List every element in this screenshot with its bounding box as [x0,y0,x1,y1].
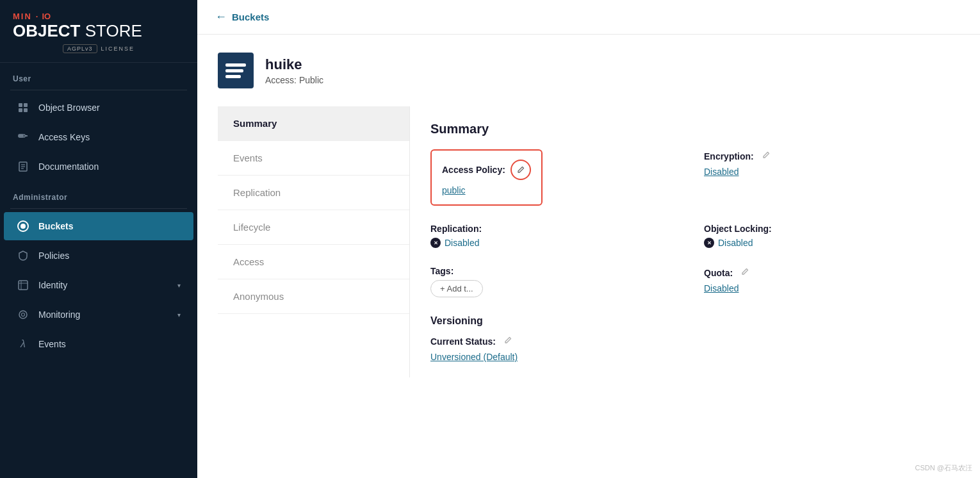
svg-rect-3 [24,108,28,112]
sidebar-item-access-keys-label: Access Keys [38,132,90,142]
svg-rect-6 [19,134,23,135]
tab-lifecycle[interactable]: Lifecycle [218,210,409,245]
bucket-icon [17,220,29,233]
agpl-badge: AGPLv3 LICENSE [13,44,184,53]
bucket-icon-graphic [218,53,254,88]
versioning-edit-button[interactable] [501,334,515,348]
watermark: CSDN @石马农汪 [915,463,972,473]
tags-row: + Add t... [430,280,666,297]
sidebar-item-events-label: Events [38,339,66,349]
user-section-label: User [0,63,197,87]
sidebar-item-documentation[interactable]: Documentation [4,152,193,181]
current-status-label: Current Status: [430,334,939,348]
current-status-value[interactable]: Unversioned (Default) [430,352,939,362]
svg-rect-8 [25,135,28,136]
sidebar-item-object-browser[interactable]: Object Browser [4,94,193,122]
sidebar-item-buckets[interactable]: Buckets [4,212,193,240]
doc-icon [17,160,29,173]
replication-field: Replication: Disabled [430,224,666,248]
object-locking-field: Object Locking: Disabled [704,224,939,248]
object-locking-value: Disabled [704,238,939,248]
back-label: Buckets [232,12,269,22]
agpl-text: AGPLv3 [63,44,97,53]
license-text: LICENSE [101,45,135,52]
svg-rect-7 [19,137,23,138]
access-policy-value[interactable]: public [442,185,531,195]
bucket-tabs: Summary Events Replication Lifecycle Acc… [218,106,410,377]
sidebar-item-access-keys[interactable]: Access Keys [4,123,193,151]
svg-point-14 [20,224,26,229]
summary-grid: Access Policy: public [430,149,939,297]
monitor-icon [17,308,29,321]
tab-summary[interactable]: Summary [218,106,409,141]
tags-field: Tags: + Add t... [430,266,666,297]
access-policy-box: Access Policy: public [430,149,543,206]
bucket-info: huike Access: Public [265,56,323,85]
admin-section-label: Administrator [0,181,197,206]
svg-point-18 [19,311,27,318]
svg-rect-2 [19,108,22,112]
logo-min: MIN [13,12,32,21]
main-content: ← Buckets huike Access: Public [197,0,980,478]
replication-value: Disabled [430,238,666,248]
user-divider [10,90,187,90]
svg-point-19 [22,313,25,317]
logo-minio: MIN·IO [13,12,184,21]
bucket-line-2 [225,69,243,72]
sidebar-item-object-browser-label: Object Browser [38,103,100,113]
panel-title: Summary [430,122,939,136]
object-locking-disabled-icon [704,238,714,248]
sidebar-item-policies[interactable]: Policies [4,242,193,270]
replication-label: Replication: [430,224,666,234]
sidebar-item-documentation-label: Documentation [38,161,99,172]
encryption-value[interactable]: Disabled [704,167,939,177]
logo-area: MIN·IO OBJECT STORE AGPLv3 LICENSE [0,0,197,63]
shield-icon [17,249,29,262]
tags-label: Tags: [430,266,666,276]
tab-access[interactable]: Access [218,245,409,279]
sidebar: MIN·IO OBJECT STORE AGPLv3 LICENSE User … [0,0,197,478]
access-policy-edit-button[interactable] [510,160,531,180]
sidebar-item-monitoring-label: Monitoring [38,309,80,320]
quota-field: Quota: Disabled [704,266,939,297]
encryption-label: Encryption: [704,149,939,163]
logo-dot: · [36,12,38,21]
identity-icon [17,279,29,292]
bucket-access-subtitle: Access: Public [265,75,323,85]
access-policy-field: Access Policy: public [430,149,666,206]
tab-replication[interactable]: Replication [218,176,409,210]
quota-label: Quota: [704,266,939,279]
sidebar-item-monitoring[interactable]: Monitoring ▾ [4,301,193,329]
bucket-panel: Summary Access Policy: [410,106,960,377]
quota-edit-button[interactable] [738,266,752,279]
tab-events[interactable]: Events [218,141,409,176]
monitoring-chevron: ▾ [177,311,181,318]
bucket-body: Summary Events Replication Lifecycle Acc… [218,106,960,377]
content-area: huike Access: Public Summary Events Repl… [197,35,980,478]
add-tag-button[interactable]: + Add t... [430,280,483,297]
bucket-icon-lines [220,58,251,83]
versioning-title: Versioning [430,315,939,327]
top-bar: ← Buckets [197,0,980,35]
back-link[interactable]: ← Buckets [215,10,269,24]
svg-rect-1 [24,103,28,107]
back-arrow-icon: ← [215,10,227,24]
logo-io: IO [42,12,51,21]
encryption-edit-button[interactable] [759,149,773,163]
identity-chevron: ▾ [177,282,181,289]
svg-rect-5 [19,135,24,136]
replication-disabled-icon [430,238,441,248]
object-locking-label: Object Locking: [704,224,939,234]
lambda-icon: λ [17,338,29,350]
admin-divider [10,208,187,209]
encryption-field: Encryption: Disabled [704,149,939,206]
sidebar-item-events[interactable]: λ Events [4,330,193,358]
grid-icon [17,101,29,114]
access-policy-label-row: Access Policy: [442,160,531,180]
quota-value[interactable]: Disabled [704,283,939,293]
bucket-line-1 [225,63,246,67]
sidebar-item-identity[interactable]: Identity ▾ [4,271,193,299]
sidebar-item-policies-label: Policies [38,251,69,261]
tab-anonymous[interactable]: Anonymous [218,279,409,314]
sidebar-item-identity-label: Identity [38,280,67,290]
